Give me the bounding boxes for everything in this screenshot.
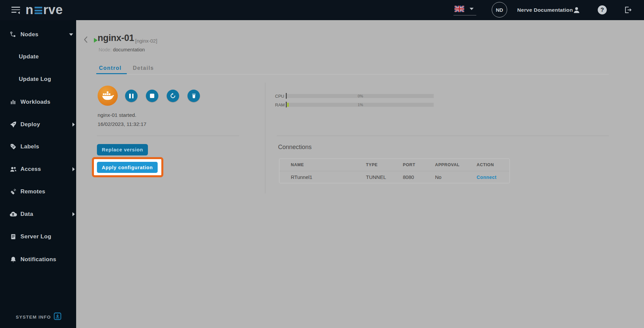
delete-button[interactable] bbox=[187, 90, 200, 102]
sidebar-label: Workloads bbox=[20, 99, 50, 105]
remotes-icon bbox=[9, 188, 17, 195]
column-header-action: ACTION bbox=[477, 162, 509, 167]
server-log-icon bbox=[9, 233, 17, 240]
cell-name: RTunnel1 bbox=[291, 174, 366, 180]
sidebar: Nodes Update Update Log Workloads Deploy bbox=[0, 20, 76, 328]
logo-e-bars bbox=[35, 7, 42, 14]
trash-icon bbox=[191, 93, 197, 99]
system-info-download-icon bbox=[53, 312, 62, 322]
uk-flag-icon bbox=[454, 6, 464, 12]
column-header-name: NAME bbox=[291, 162, 366, 167]
help-glyph: ? bbox=[600, 7, 604, 13]
cell-type: TUNNEL bbox=[366, 174, 403, 180]
sidebar-item-update-log[interactable]: Update Log bbox=[0, 74, 76, 84]
sidebar-label: Update bbox=[19, 53, 39, 60]
language-underline bbox=[453, 15, 476, 15]
connections-table: NAME TYPE PORT APPROVAL ACTION RTunnel1 … bbox=[279, 158, 510, 183]
sidebar-label: Notifications bbox=[20, 256, 56, 263]
sidebar-label: Server Log bbox=[20, 233, 51, 240]
cpu-value: 0% bbox=[358, 94, 363, 98]
language-selector[interactable] bbox=[453, 5, 477, 16]
sidebar-item-notifications[interactable]: Notifications bbox=[0, 254, 76, 265]
restart-icon bbox=[170, 93, 176, 99]
vertical-divider bbox=[265, 83, 265, 193]
cpu-label: CPU bbox=[275, 94, 284, 99]
sidebar-collapse-icon[interactable] bbox=[11, 7, 21, 14]
tab-control[interactable]: Control bbox=[99, 65, 121, 71]
node-value: documentation bbox=[113, 47, 145, 52]
replace-version-button[interactable]: Replace version bbox=[97, 144, 148, 155]
connection-row: RTunnel1 TUNNEL 8080 No Connect bbox=[279, 171, 509, 183]
column-header-type: TYPE bbox=[366, 162, 403, 167]
restart-button[interactable] bbox=[167, 90, 179, 102]
sidebar-label: Update Log bbox=[19, 76, 51, 83]
access-people-icon bbox=[9, 166, 17, 173]
pause-button[interactable] bbox=[125, 90, 138, 102]
account-name: Nerve Documentation bbox=[517, 0, 573, 20]
ram-value: 1% bbox=[358, 103, 363, 107]
logout-icon[interactable] bbox=[623, 5, 632, 16]
sidebar-item-access[interactable]: Access bbox=[0, 164, 76, 174]
sidebar-label: Nodes bbox=[20, 31, 38, 38]
data-cloud-icon bbox=[9, 210, 17, 218]
status-message: nginx-01 started. bbox=[98, 112, 136, 118]
connect-link[interactable]: Connect bbox=[477, 175, 509, 180]
sidebar-item-nodes[interactable]: Nodes bbox=[0, 30, 76, 40]
nerve-logo: n rve bbox=[25, 3, 63, 16]
divider bbox=[277, 136, 609, 136]
deploy-rocket-icon bbox=[9, 121, 17, 128]
tab-bar-divider bbox=[96, 74, 609, 75]
avatar[interactable]: ND bbox=[492, 2, 507, 17]
labels-tag-icon bbox=[9, 143, 17, 150]
column-header-port: PORT bbox=[403, 162, 435, 167]
node-label: Node: bbox=[99, 47, 112, 52]
language-caret-icon bbox=[470, 8, 474, 10]
cpu-meter-tick bbox=[286, 93, 287, 99]
stop-button[interactable] bbox=[146, 90, 158, 102]
workloads-icon bbox=[9, 99, 17, 105]
tab-details[interactable]: Details bbox=[133, 65, 154, 71]
sidebar-item-data[interactable]: Data bbox=[0, 209, 76, 219]
connections-title: Connections bbox=[278, 144, 312, 151]
sidebar-item-deploy[interactable]: Deploy bbox=[0, 120, 76, 130]
sidebar-label: Deploy bbox=[20, 121, 40, 128]
system-info-button[interactable]: SYSTEM INFO bbox=[0, 312, 76, 322]
docker-workload-icon bbox=[98, 86, 118, 106]
chevron-right-icon bbox=[72, 123, 75, 127]
back-button[interactable] bbox=[83, 36, 89, 45]
logo-text-pre: n bbox=[25, 3, 34, 16]
nodes-icon bbox=[9, 31, 17, 38]
sidebar-item-remotes[interactable]: Remotes bbox=[0, 187, 76, 197]
ram-label: RAM bbox=[275, 102, 285, 107]
cell-port: 8080 bbox=[403, 174, 435, 180]
column-header-approval: APPROVAL bbox=[435, 162, 477, 167]
user-icon[interactable] bbox=[572, 6, 581, 16]
workload-started-icon bbox=[94, 38, 98, 43]
sidebar-item-labels[interactable]: Labels bbox=[0, 142, 76, 152]
sidebar-label: Remotes bbox=[20, 188, 45, 195]
connections-header-row: NAME TYPE PORT APPROVAL ACTION bbox=[279, 159, 509, 171]
workload-version: [nginx-02] bbox=[135, 38, 157, 44]
status-timestamp: 16/02/2023, 11:32:17 bbox=[98, 121, 146, 127]
notifications-bell-icon bbox=[9, 256, 17, 263]
divider bbox=[97, 136, 239, 136]
chevron-right-icon bbox=[72, 167, 75, 171]
avatar-initials: ND bbox=[496, 7, 503, 13]
help-icon[interactable]: ? bbox=[598, 5, 607, 14]
cpu-meter: 0% bbox=[287, 94, 434, 98]
logo-text-post: rve bbox=[43, 3, 63, 16]
sidebar-label: Data bbox=[20, 211, 33, 218]
sidebar-item-update[interactable]: Update bbox=[0, 52, 76, 62]
sidebar-label: Labels bbox=[20, 143, 39, 150]
stop-icon bbox=[150, 94, 154, 98]
sidebar-item-workloads[interactable]: Workloads bbox=[0, 97, 76, 107]
cell-approval: No bbox=[435, 174, 477, 180]
apply-configuration-button[interactable]: Apply configuration bbox=[97, 162, 158, 173]
sidebar-label: Access bbox=[20, 166, 41, 173]
node-line: Node: documentation bbox=[99, 47, 145, 52]
chevron-down-icon bbox=[69, 34, 73, 36]
ram-meter: 1% bbox=[287, 103, 434, 107]
pause-icon bbox=[129, 94, 133, 98]
ram-meter-fill bbox=[287, 103, 289, 107]
sidebar-item-server-log[interactable]: Server Log bbox=[0, 232, 76, 242]
